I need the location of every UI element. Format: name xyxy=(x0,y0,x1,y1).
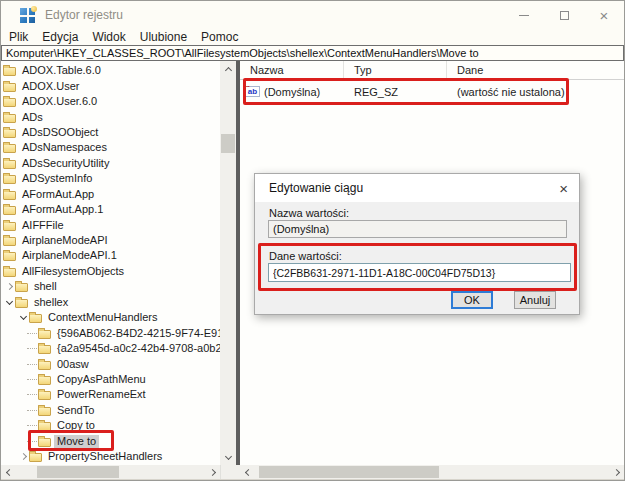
tree-item-adox-user[interactable]: ADOX.User xyxy=(1,78,220,93)
folder-icon xyxy=(29,314,42,323)
tree-vertical-scrollbar[interactable] xyxy=(220,61,236,465)
registry-tree: ADOX.Table.6.0ADOX.UserADOX.User.6.0ADsA… xyxy=(1,63,220,464)
tree-item-adsdsoobject[interactable]: ADsDSOObject xyxy=(1,125,220,140)
tree-item-label: AFormAut.App.1 xyxy=(19,203,106,216)
tree-item-adox-user-6-0[interactable]: ADOX.User.6.0 xyxy=(1,94,220,109)
scroll-right-button[interactable] xyxy=(206,465,220,479)
chevron-down-icon xyxy=(224,452,231,459)
cancel-button[interactable]: Anuluj xyxy=(514,291,556,309)
tree-item-label: AirplaneModeAPI xyxy=(19,234,111,247)
tree-item-airplanemodeapi[interactable]: AirplaneModeAPI xyxy=(1,233,220,248)
tree-guide-line xyxy=(27,379,37,380)
tree-item-label: ADsDSOObject xyxy=(19,126,101,139)
tree-item-label: ADs xyxy=(19,111,46,124)
folder-icon xyxy=(3,206,16,215)
column-header-typ[interactable]: Typ xyxy=(344,61,447,79)
chevron-down-icon[interactable] xyxy=(3,301,15,304)
scroll-up-button[interactable] xyxy=(220,61,236,77)
folder-icon xyxy=(15,283,28,292)
folder-icon xyxy=(3,268,16,277)
close-button[interactable]: × xyxy=(584,1,624,29)
menu-item-pomoc[interactable]: Pomoc xyxy=(199,30,247,44)
tree-item-ads[interactable]: ADs xyxy=(1,109,220,124)
minimize-button[interactable] xyxy=(504,1,544,29)
vertical-scroll-thumb[interactable] xyxy=(221,134,235,153)
tree-horizontal-scrollbar[interactable] xyxy=(1,465,220,479)
column-header-dane[interactable]: Dane xyxy=(447,61,624,79)
tree-item-shell[interactable]: shell xyxy=(1,279,220,294)
tree-item-a2a9545d-a0c2-42b4-9708-a0b2badd[interactable]: {a2a9545d-a0c2-42b4-9708-a0b2badd xyxy=(1,341,220,356)
chevron-right-icon xyxy=(612,468,619,475)
address-bar[interactable]: Komputer\HKEY_CLASSES_ROOT\AllFilesystem… xyxy=(1,45,624,61)
registry-app-icon xyxy=(20,8,35,23)
tree-item-move-to[interactable]: Move to xyxy=(1,434,220,449)
ok-button[interactable]: OK xyxy=(451,291,493,309)
tree-item-allfilesystemobjects[interactable]: AllFilesystemObjects xyxy=(1,264,220,279)
horizontal-scroll-thumb[interactable] xyxy=(37,466,119,478)
dialog-title: Edytowanie ciągu xyxy=(269,181,363,195)
scroll-left-button[interactable] xyxy=(1,465,15,479)
tree-item-aformaut-app[interactable]: AFormAut.App xyxy=(1,187,220,202)
tree-item-label: {596AB062-B4D2-4215-9F74-E9109B0A xyxy=(54,327,220,340)
tree-guide-line xyxy=(27,441,37,442)
tree-item-aformaut-app-1[interactable]: AFormAut.App.1 xyxy=(1,202,220,217)
tree-item-contextmenuhandlers[interactable]: ContextMenuHandlers xyxy=(1,310,220,325)
folder-icon xyxy=(3,67,16,76)
tree-item-label: AirplaneModeAPI.1 xyxy=(19,249,120,262)
tree-item-powerrenameext[interactable]: PowerRenameExt xyxy=(1,387,220,402)
folder-icon xyxy=(3,222,16,231)
tree-item-sendto[interactable]: SendTo xyxy=(1,403,220,418)
title-bar: Edytor rejestru × xyxy=(1,1,624,29)
tree-item-adsysteminfo[interactable]: ADSystemInfo xyxy=(1,171,220,186)
close-icon: × xyxy=(600,8,609,23)
scroll-right-button[interactable] xyxy=(610,465,624,479)
value-row[interactable]: ab(Domyślna)REG_SZ(wartość nie ustalona) xyxy=(240,80,624,103)
tree-item-label: PropertySheetHandlers xyxy=(45,450,165,463)
folder-icon xyxy=(3,114,16,123)
menu-item-ulubione[interactable]: Ulubione xyxy=(138,30,196,44)
scroll-down-button[interactable] xyxy=(220,449,236,465)
tree-item-label: ContextMenuHandlers xyxy=(45,311,160,324)
value-name-input[interactable] xyxy=(268,220,567,238)
value-data-input[interactable] xyxy=(268,263,571,282)
tree-item-00asw[interactable]: 00asw xyxy=(1,356,220,371)
tree-item-label: PowerRenameExt xyxy=(54,388,149,401)
horizontal-scroll-thumb[interactable] xyxy=(259,466,439,478)
maximize-button[interactable] xyxy=(544,1,584,29)
tree-item-copy-to[interactable]: Copy to xyxy=(1,418,220,433)
folder-icon xyxy=(3,175,16,184)
folder-icon xyxy=(3,98,16,107)
dialog-close-button[interactable]: × xyxy=(559,181,568,196)
caption-buttons: × xyxy=(504,1,624,29)
tree-item-airplanemodeapi-1[interactable]: AirplaneModeAPI.1 xyxy=(1,248,220,263)
tree-item-label: Move to xyxy=(54,435,99,448)
chevron-right-icon[interactable] xyxy=(17,454,29,459)
folder-icon xyxy=(29,453,42,462)
tree-item-label: shellex xyxy=(31,296,71,309)
menu-item-widok[interactable]: Widok xyxy=(90,30,134,44)
tree-item-596ab062-b4d2-4215-9f74-e9109b0a[interactable]: {596AB062-B4D2-4215-9F74-E9109B0A xyxy=(1,325,220,340)
maximize-icon xyxy=(560,11,569,20)
minimize-icon xyxy=(519,15,529,16)
tree-item-label: Copy to xyxy=(54,419,98,432)
tree-item-adox-table-6-0[interactable]: ADOX.Table.6.0 xyxy=(1,63,220,78)
tree-item-propertysheethandlers[interactable]: PropertySheetHandlers xyxy=(1,449,220,464)
tree-item-adssecurityutility[interactable]: ADsSecurityUtility xyxy=(1,156,220,171)
column-header-nazwa[interactable]: Nazwa xyxy=(240,61,344,79)
tree-item-label: ADsSecurityUtility xyxy=(19,157,112,170)
folder-icon xyxy=(38,407,51,416)
chevron-right-icon[interactable] xyxy=(3,284,15,289)
tree-item-aifffile[interactable]: AIFFFile xyxy=(1,217,220,232)
folder-icon xyxy=(38,330,51,339)
folder-icon xyxy=(38,345,51,354)
tree-item-adsnamespaces[interactable]: ADsNamespaces xyxy=(1,140,220,155)
scroll-left-button[interactable] xyxy=(240,465,254,479)
menu-item-plik[interactable]: Plik xyxy=(7,30,37,44)
chevron-down-icon[interactable] xyxy=(17,316,29,319)
folder-icon xyxy=(3,160,16,169)
tree-item-copyaspathmenu[interactable]: CopyAsPathMenu xyxy=(1,372,220,387)
list-horizontal-scrollbar[interactable] xyxy=(240,465,624,479)
tree-item-shellex[interactable]: shellex xyxy=(1,295,220,310)
menu-item-edycja[interactable]: Edycja xyxy=(40,30,87,44)
folder-icon xyxy=(38,438,51,447)
